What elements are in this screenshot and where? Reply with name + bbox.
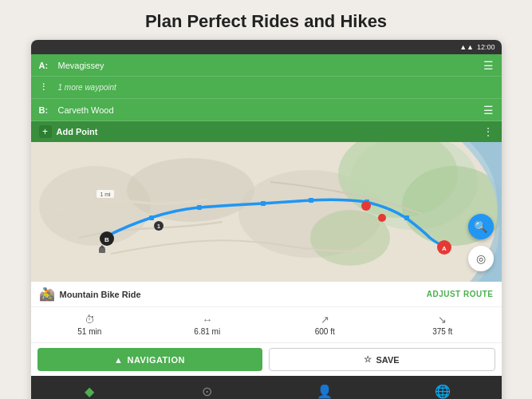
- stats-bar: ⏱ 51 min ↔ 6.81 mi ↗ 600 ft ↘ 375 ft: [31, 307, 502, 343]
- point-b-label: B:: [39, 105, 53, 115]
- device-frame: ▲▲ 12:00 A: Mevagissey ☰ ⋮ 1 more waypoi…: [31, 40, 502, 399]
- map-compass-button[interactable]: ◎: [468, 246, 494, 271]
- signal-icon: ▲▲: [459, 43, 474, 51]
- svg-rect-10: [261, 201, 266, 206]
- save-label: SAVE: [376, 355, 399, 365]
- menu-icon-b[interactable]: ☰: [483, 104, 494, 117]
- route-row-waypoint: ⋮ 1 more waypoint: [31, 77, 502, 99]
- add-point-plus-icon: +: [39, 125, 52, 138]
- stat-ascent: ↗ 600 ft: [266, 311, 384, 338]
- navigation-icon: ▲: [114, 355, 123, 365]
- svg-text:B: B: [104, 236, 109, 243]
- svg-rect-8: [149, 215, 154, 220]
- profile-icon: 👤: [317, 384, 333, 399]
- route-info-bar: 🚵 Mountain Bike Ride ADJUST ROUTE: [31, 282, 502, 307]
- regions-icon: 🌐: [435, 384, 451, 399]
- adjust-route-button[interactable]: ADJUST ROUTE: [427, 290, 494, 298]
- descent-value: 375 ft: [432, 327, 452, 336]
- navigation-label: NAVIGATION: [127, 355, 184, 365]
- page-title: Plan Perfect Rides and Hikes: [0, 0, 532, 40]
- stat-time: ⏱ 51 min: [31, 311, 149, 338]
- point-b-value: Carveth Wood: [58, 105, 483, 115]
- svg-point-7: [310, 210, 390, 266]
- svg-rect-9: [197, 205, 202, 210]
- svg-point-19: [378, 214, 386, 222]
- bike-icon: 🚵: [39, 286, 55, 302]
- waypoint-label: ⋮: [39, 82, 53, 93]
- svg-text:A: A: [442, 245, 447, 252]
- route-header: A: Mevagissey ☰ ⋮ 1 more waypoint B: Car…: [31, 54, 502, 142]
- svg-point-18: [361, 201, 371, 211]
- svg-text:1: 1: [157, 223, 160, 229]
- action-bar: ▲ NAVIGATION ☆ SAVE: [31, 343, 502, 376]
- map-search-button[interactable]: 🔍: [468, 214, 494, 239]
- waypoint-value: 1 more waypoint: [58, 83, 494, 92]
- svg-rect-22: [99, 248, 105, 253]
- route-name: Mountain Bike Ride: [60, 290, 427, 299]
- ascent-value: 600 ft: [315, 327, 335, 336]
- route-row-b: B: Carveth Wood ☰: [31, 99, 502, 121]
- add-point-row[interactable]: + Add Point ⋮: [31, 121, 502, 142]
- distance-value: 6.81 mi: [194, 327, 220, 336]
- add-point-dots-icon[interactable]: ⋮: [483, 125, 494, 138]
- route-row-a: A: Mevagissey ☰: [31, 54, 502, 77]
- ascent-icon: ↗: [321, 314, 329, 326]
- stat-descent: ↘ 375 ft: [384, 311, 502, 338]
- nav-item-profile[interactable]: 👤 Profile: [266, 376, 384, 399]
- svg-rect-13: [404, 215, 409, 220]
- stat-distance: ↔ 6.81 mi: [148, 311, 266, 338]
- map-svg: B 1 A 1 mi: [31, 142, 502, 282]
- bottom-nav: ◆ Plan ⊙ Record 👤 Profile 🌐 Regions: [31, 376, 502, 399]
- svg-text:1 mi: 1 mi: [100, 192, 111, 197]
- svg-point-2: [127, 158, 254, 222]
- point-a-label: A:: [39, 61, 53, 70]
- plan-icon: ◆: [85, 384, 94, 399]
- add-point-label: Add Point: [57, 127, 483, 136]
- time-icon: ⏱: [85, 314, 95, 326]
- menu-icon-a[interactable]: ☰: [483, 59, 494, 72]
- save-button[interactable]: ☆ SAVE: [269, 348, 495, 371]
- save-icon: ☆: [364, 354, 372, 365]
- nav-item-regions[interactable]: 🌐 Regions: [384, 376, 502, 399]
- search-icon: 🔍: [474, 220, 487, 233]
- status-time: 12:00: [477, 43, 495, 51]
- distance-icon: ↔: [202, 314, 212, 326]
- compass-icon: ◎: [476, 252, 486, 265]
- record-icon: ⊙: [202, 384, 212, 399]
- nav-item-record[interactable]: ⊙ Record: [148, 376, 266, 399]
- descent-icon: ↘: [438, 314, 447, 326]
- point-a-value: Mevagissey: [58, 61, 483, 70]
- status-bar: ▲▲ 12:00: [31, 40, 502, 54]
- time-value: 51 min: [77, 327, 101, 336]
- nav-item-plan[interactable]: ◆ Plan: [31, 376, 149, 399]
- svg-rect-11: [309, 198, 313, 203]
- map-area[interactable]: B 1 A 1 mi 🔍 ◎: [31, 142, 502, 282]
- navigation-button[interactable]: ▲ NAVIGATION: [37, 348, 262, 371]
